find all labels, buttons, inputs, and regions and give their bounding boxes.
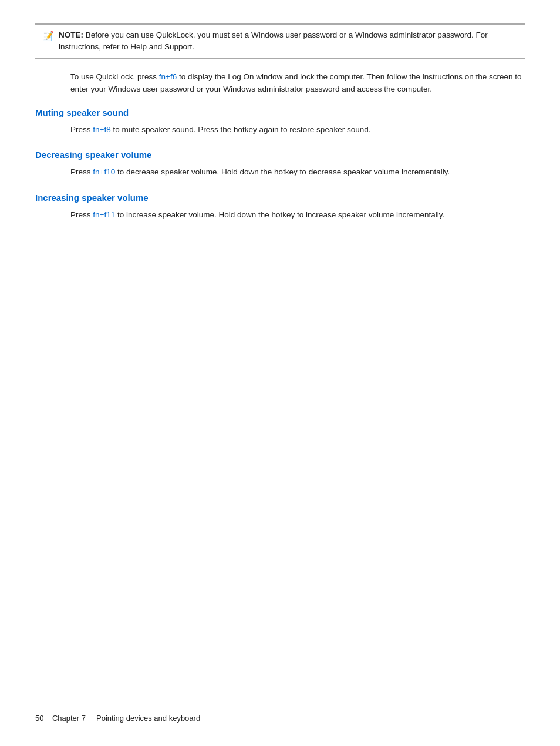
quicklock-hotkey: fn+f6 (159, 72, 177, 81)
quicklock-text-before: To use QuickLock, press (70, 72, 159, 81)
footer-chapter: Chapter 7 (52, 714, 86, 723)
decreasing-text-after: to decrease speaker volume. Hold down th… (115, 167, 450, 176)
section-body-decreasing: Press fn+f10 to decrease speaker volume.… (70, 166, 525, 179)
note-box: 📝 NOTE: Before you can use QuickLock, yo… (35, 23, 525, 59)
increasing-text-after: to increase speaker volume. Hold down th… (115, 210, 444, 219)
note-content: NOTE: Before you can use QuickLock, you … (59, 29, 518, 53)
note-label: NOTE: (59, 31, 83, 39)
decreasing-hotkey: fn+f10 (93, 167, 115, 176)
increasing-text-before: Press (70, 210, 93, 219)
section-heading-increasing: Increasing speaker volume (35, 193, 525, 203)
section-muting: Muting speaker sound Press fn+f8 to mute… (35, 107, 525, 136)
note-icon: 📝 (42, 30, 54, 41)
note-text: Before you can use QuickLock, you must s… (59, 31, 488, 51)
footer-chapter-title: Pointing devices and keyboard (96, 714, 200, 723)
section-body-increasing: Press fn+f11 to increase speaker volume.… (70, 209, 525, 221)
footer-page-number: 50 (35, 714, 43, 723)
muting-hotkey: fn+f8 (93, 125, 110, 134)
section-increasing: Increasing speaker volume Press fn+f11 t… (35, 193, 525, 221)
section-heading-decreasing: Decreasing speaker volume (35, 150, 525, 160)
decreasing-text-before: Press (70, 167, 93, 176)
section-body-muting: Press fn+f8 to mute speaker sound. Press… (70, 123, 525, 136)
quicklock-paragraph: To use QuickLock, press fn+f6 to display… (70, 70, 525, 96)
footer: 50 Chapter 7 Pointing devices and keyboa… (35, 714, 200, 723)
muting-text-after: to mute speaker sound. Press the hotkey … (111, 125, 371, 134)
section-heading-muting: Muting speaker sound (35, 107, 525, 117)
section-decreasing: Decreasing speaker volume Press fn+f10 t… (35, 150, 525, 179)
muting-text-before: Press (70, 125, 93, 134)
increasing-hotkey: fn+f11 (93, 210, 115, 219)
